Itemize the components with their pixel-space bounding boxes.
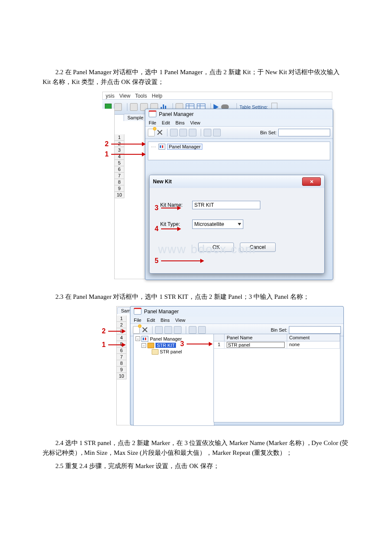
pm-menu-bins[interactable]: Bins [161,318,170,323]
pm-tb-btn[interactable] [170,129,178,136]
callout-4: 4 [155,225,181,233]
closed-folder-icon [152,349,159,355]
callout-1: 1 [102,341,125,349]
pm-tb-btn[interactable] [189,129,196,136]
pm-menu-edit[interactable]: Edit [147,318,155,323]
row-num: 9 [115,185,124,192]
toolbar-icon-2[interactable] [114,103,122,111]
sample-tab[interactable]: Sample [124,114,147,121]
tree-root-node[interactable]: ···· Panel Manager [151,144,327,150]
pm-tb-btn[interactable] [189,326,196,334]
left-gutter [104,306,117,425]
panel-manager-menubar: File Edit Bins View [145,119,333,126]
callout-5: 5 [155,257,204,265]
instruction-2-4: 2.4 选中 1 STR panel，点击 2 新建 Marker，在 3 位置… [43,438,349,458]
menu-analysis[interactable]: ysis [106,93,115,99]
row-num: 5 [115,160,124,166]
callout-3: 3 [180,340,212,348]
pm-tb-btn[interactable] [204,129,211,136]
pm-menu-view[interactable]: View [190,120,200,125]
toolbar-icon-3[interactable] [130,103,138,111]
cancel-button[interactable]: Cancel [240,243,276,252]
expand-toggle-icon[interactable]: – [135,336,140,341]
panel-manager-titlebar: Panel Manager [130,306,343,317]
tree-root-label: Panel Manager [167,144,202,150]
panel-manager-toolbar: Bin Set: [145,126,333,139]
pm-menu-view[interactable]: View [175,318,185,323]
grid-header: Panel Name Comment [214,334,340,341]
row-num: 10 [117,373,126,379]
row-num: 10 [115,192,124,198]
binset-label: Bin Set: [260,130,277,135]
pm-tb-btn[interactable] [174,326,182,334]
row-num: 9 [117,367,126,373]
binset-dropdown[interactable] [289,326,341,334]
callout-3: 3 [155,204,181,212]
tree-kit-label: STR KIT [156,343,176,348]
pm-tb-btn[interactable] [198,326,206,334]
new-kit-title: New Kit [153,179,172,185]
pm-tb-btn[interactable] [213,129,221,136]
figure-panel-manager-new-panel: Sample 1 2 3 4 5 6 7 8 9 10 Panel Manage… [104,306,343,425]
pm-tb-btn[interactable] [164,326,172,334]
left-gutter [102,109,115,279]
menu-help[interactable]: Help [152,93,162,99]
tree-panel-node[interactable]: STR panel [135,349,212,355]
grid-header-panel-name: Panel Name [225,334,287,341]
binset-dropdown[interactable] [278,129,330,136]
new-kit-icon[interactable] [148,129,155,136]
panel-manager-title: Panel Manager [144,309,179,315]
grid-row[interactable]: 1 none [214,341,340,349]
menu-tools[interactable]: Tools [135,93,147,99]
tree-panel-label: STR panel [160,349,182,354]
binset-label: Bin Set: [271,327,287,332]
row-num: 4 [117,335,126,341]
panel-manager-menubar: File Edit Bins View [130,317,343,324]
expand-toggle-icon[interactable]: – [141,343,146,348]
close-button[interactable]: ✕ [302,177,321,186]
delete-icon[interactable] [156,129,163,136]
kit-name-input[interactable] [192,201,260,209]
comment-cell[interactable]: none [287,341,340,348]
pm-menu-file[interactable]: File [149,120,156,125]
ok-button[interactable]: OK [198,243,234,252]
instruction-2-2: 2.2 在 Panel Manager 对话框中，选中 1 Panel Mana… [43,67,349,87]
kit-type-select[interactable]: Microsatellite [192,220,243,229]
panel-manager-tree[interactable]: ···· Panel Manager [148,142,330,160]
pm-menu-file[interactable]: File [134,318,141,323]
grid-header-comment: Comment [287,334,340,341]
panel-manager-window: Panel Manager File Edit Bins View Bin Se… [130,306,344,425]
callout-2: 2 [105,140,145,148]
menu-view[interactable]: View [119,93,130,99]
new-panel-icon[interactable] [133,326,140,334]
row-num: 7 [117,354,126,360]
panel-name-input[interactable] [227,342,285,348]
delete-icon[interactable] [141,327,148,333]
callout-1: 1 [105,150,145,158]
panel-name-cell[interactable] [225,341,287,348]
grid-row-index: 1 [214,341,225,348]
callout-2: 2 [102,327,125,335]
row-num: 8 [115,179,124,185]
grid-header-idx [214,334,225,341]
row-num: 6 [115,166,124,173]
panel-manager-title: Panel Manager [159,111,193,117]
panel-manager-node-icon [159,144,165,150]
pm-menu-bins[interactable]: Bins [176,120,184,125]
pm-tb-btn[interactable] [179,129,187,136]
main-menubar: ysis View Tools Help [102,92,332,100]
row-num: 1 [115,134,124,141]
panel-manager-node-icon [141,336,148,342]
panel-manager-titlebar: Panel Manager [145,109,333,119]
row-num: 8 [117,360,126,367]
pm-tb-btn[interactable] [155,326,163,334]
tree-root-label: Panel Manager [150,336,182,341]
panel-manager-icon [149,111,156,117]
figure-panel-manager-new-kit: ysis View Tools Help Table Setting: [102,92,332,279]
open-folder-icon [147,343,154,348]
pm-menu-edit[interactable]: Edit [162,120,170,125]
panel-manager-icon [134,309,141,315]
row-num: 1 [117,315,126,322]
panel-grid: Panel Name Comment 1 none [213,334,340,422]
instruction-2-3: 2.3 在 Panel Manager 对话框中，选中 1 STR KIT，点击… [43,292,349,302]
